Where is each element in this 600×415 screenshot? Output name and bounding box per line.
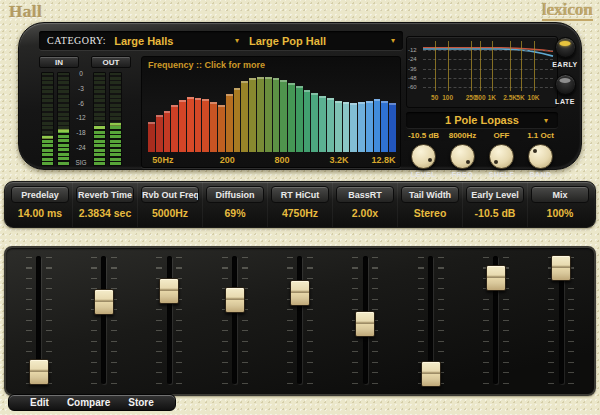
param-header-rt-hicut[interactable]: RT HiCut <box>271 186 329 203</box>
param-value-reverb-time: 2.3834 sec <box>73 207 137 219</box>
param-header-reverb-time[interactable]: Reverb Time <box>76 186 134 203</box>
freq-bar <box>257 77 264 152</box>
eq-y-label: -60 <box>408 84 422 90</box>
early-button[interactable] <box>555 37 576 58</box>
freq-bar <box>350 103 357 152</box>
eq-x-label: 500 <box>475 94 486 101</box>
meter-out-label: OUT <box>91 56 131 68</box>
footer-buttons: EditCompareStore <box>8 394 176 411</box>
fader-early-level <box>463 248 528 394</box>
freq-bar <box>381 101 388 152</box>
fader-cap-predelay[interactable] <box>29 359 49 385</box>
eq-plot-area: -12-24-36-48-60501002505001K2.5K5K10K <box>423 41 553 91</box>
category-bar: CATEGORY: Large Halls ▾ Large Pop Hall ▾ <box>39 31 403 50</box>
fader-cap-early-level[interactable] <box>486 265 506 291</box>
freq-bar <box>319 96 326 152</box>
chevron-down-icon[interactable]: ▾ <box>235 36 239 45</box>
main-display-panel: CATEGORY: Large Halls ▾ Large Pop Hall ▾… <box>18 22 582 170</box>
fader-ticks <box>176 257 182 384</box>
store-button[interactable]: Store <box>119 397 163 408</box>
meter-out-left <box>93 72 106 166</box>
category-select[interactable]: Large Halls ▾ <box>114 35 249 47</box>
fader-cap-rvb-out-freq[interactable] <box>159 278 179 304</box>
meter-scale-label: -3 <box>71 86 91 93</box>
chevron-down-icon[interactable]: ▾ <box>391 36 395 45</box>
freq-bar <box>366 101 373 152</box>
knob-freq[interactable] <box>450 144 475 169</box>
fader-track-reverb-time[interactable] <box>101 256 106 384</box>
param-header-early-level[interactable]: Early Level <box>466 186 524 203</box>
freq-axis-label: 50Hz <box>152 155 173 165</box>
freq-bar <box>343 102 350 152</box>
frequency-axis: 50Hz2008003.2K12.8K <box>148 155 396 166</box>
freq-bar <box>148 122 155 152</box>
param-value-rt-hicut: 4750Hz <box>268 207 332 219</box>
knob-level[interactable] <box>411 144 436 169</box>
freq-bar <box>304 90 311 152</box>
param-value-diffusion: 69% <box>203 207 267 219</box>
param-cell-predelay: Predelay14.00 ms <box>8 182 72 227</box>
page-title: Hall <box>9 2 42 22</box>
freq-bar <box>218 105 225 152</box>
compare-button[interactable]: Compare <box>58 397 119 408</box>
freq-axis-label: 3.2K <box>329 155 348 165</box>
param-cell-reverb-time: Reverb Time2.3834 sec <box>72 182 137 227</box>
fader-tail-width <box>398 248 463 394</box>
eq-gridline-v <box>435 41 436 91</box>
meter-scale: 0-3-6-12-18-24SIG <box>71 71 91 166</box>
param-cell-rvb-out-freq: Rvb Out Freq5000Hz <box>137 182 202 227</box>
param-header-tail-width[interactable]: Tail Width <box>401 186 459 203</box>
fader-ticks <box>156 257 162 384</box>
freq-bar <box>280 80 287 152</box>
eq-y-label: -36 <box>408 66 422 72</box>
param-header-predelay[interactable]: Predelay <box>11 186 69 203</box>
io-meters: IN OUT 0-3-6-12-18-24SIG <box>39 56 139 168</box>
param-header-rvb-out-freq[interactable]: Rvb Out Freq <box>141 186 199 203</box>
fader-cap-diffusion[interactable] <box>225 287 245 313</box>
fader-cap-reverb-time[interactable] <box>94 289 114 315</box>
knob-label-band: BAND <box>529 171 551 178</box>
knob-group-freq: 8000HzFREQ <box>443 130 482 185</box>
meter-scale-label: 0 <box>71 71 91 78</box>
freq-axis-label: 12.8K <box>372 155 396 165</box>
knob-shelf[interactable] <box>489 144 514 169</box>
late-button[interactable] <box>555 74 576 95</box>
knob-value-level: -10.5 dB <box>404 130 443 141</box>
lexicon-logo: lexicon <box>542 1 593 21</box>
knob-value-freq: 8000Hz <box>443 130 482 141</box>
fader-cap-rt-hicut[interactable] <box>290 280 310 306</box>
chevron-down-icon[interactable]: ▾ <box>544 116 548 125</box>
param-header-mix[interactable]: Mix <box>531 186 589 203</box>
freq-bar <box>187 97 194 152</box>
knob-indicator-dot <box>533 149 537 153</box>
fader-ticks <box>222 257 228 384</box>
freq-bar <box>179 100 186 152</box>
meter-out-right <box>109 72 122 166</box>
fader-cap-mix[interactable] <box>551 255 571 281</box>
knob-indicator-dot <box>428 158 432 162</box>
filter-type-select[interactable]: 1 Pole Lopass ▾ <box>406 112 558 128</box>
eq-y-label: -12 <box>408 47 422 53</box>
freq-bar <box>273 78 280 152</box>
knob-band[interactable] <box>528 144 553 169</box>
knob-label-shelf: SHELF <box>489 171 514 178</box>
param-value-bassrt: 2.00x <box>333 207 397 219</box>
fader-track-diffusion[interactable] <box>232 256 237 384</box>
frequency-display[interactable]: Frequency :: Click for more 50Hz2008003.… <box>141 56 401 168</box>
fader-cap-bassrt[interactable] <box>355 311 375 337</box>
early-late-controls: EARLY LATE <box>549 37 581 111</box>
fader-cap-tail-width[interactable] <box>421 361 441 387</box>
param-header-diffusion[interactable]: Diffusion <box>206 186 264 203</box>
fader-track-rt-hicut[interactable] <box>297 256 302 384</box>
freq-axis-label: 800 <box>274 155 289 165</box>
edit-button[interactable]: Edit <box>21 397 58 408</box>
knob-group-shelf: OFFSHELF <box>482 130 521 185</box>
fader-track-rvb-out-freq[interactable] <box>167 256 172 384</box>
freq-bar <box>311 93 318 152</box>
fader-predelay <box>6 248 71 394</box>
filter-type-value: 1 Pole Lopass <box>445 114 519 126</box>
param-header-bassrt[interactable]: BassRT <box>336 186 394 203</box>
preset-select[interactable]: Large Pop Hall ▾ <box>249 35 395 47</box>
meter-in-label: IN <box>39 56 79 68</box>
meter-scale-label: -6 <box>71 101 91 108</box>
